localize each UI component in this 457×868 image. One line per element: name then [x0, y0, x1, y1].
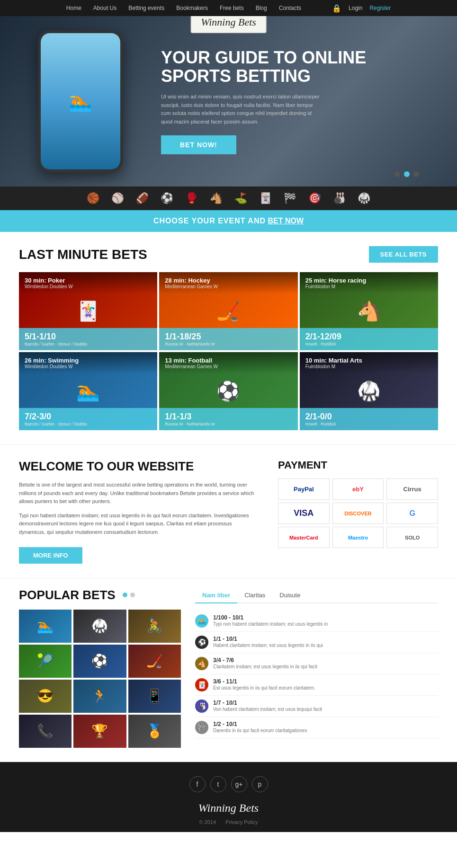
- social-google[interactable]: g+: [231, 776, 247, 792]
- bet-card[interactable]: ⚽ 13 min: Football Mediterranean Games W…: [159, 352, 297, 430]
- bet-card[interactable]: 🏊 26 min: Swimming Wimbledon Doubles W 7…: [19, 352, 157, 430]
- popular-img-sun[interactable]: 😎: [19, 680, 72, 713]
- bet-time: 10 min: Martial Arts: [305, 357, 432, 364]
- popular-img-phone[interactable]: 📞: [19, 715, 72, 748]
- popular-dot-2[interactable]: [130, 593, 135, 597]
- popular-img-mma[interactable]: 🏃: [73, 680, 126, 713]
- footer-privacy[interactable]: Privacy Policy: [225, 819, 258, 825]
- last-minute-section: LAST MINUTE BETS SEE ALL BETS 🃏 30 min: …: [0, 232, 457, 444]
- popular-bet-item[interactable]: 🐴 3/4 - 7/6 Claritatem insitam; est usus…: [195, 653, 438, 674]
- bet-now-button[interactable]: BET NOW!: [161, 135, 236, 154]
- basketball-icon[interactable]: 🏀: [87, 192, 99, 204]
- bet-card[interactable]: 🏒 28 min: Hockey Mediterranean Games W 1…: [159, 272, 297, 350]
- site-logo: Winning Bets: [190, 16, 267, 33]
- payment-cirrus[interactable]: Cirrus: [386, 478, 438, 500]
- bet-card-bottom: 7/2-3/0 Barrols / Garbin · Stosur / Stub…: [19, 408, 157, 430]
- football-icon[interactable]: 🏈: [136, 192, 149, 204]
- nav-login[interactable]: Login: [349, 5, 362, 11]
- baseball-icon[interactable]: ⚾: [111, 192, 124, 204]
- hero-title: YOUR GUIDE TO ONLINE SPORTS BETTING: [161, 48, 419, 86]
- nav-blog[interactable]: Blog: [256, 5, 267, 11]
- bet-card[interactable]: 🥋 10 min: Martial Arts Fuimblodon M 2/1-…: [300, 352, 438, 430]
- popular-bet-item[interactable]: 🃏 3/6 - 11/1 Est usus legentis in iis qu…: [195, 674, 438, 696]
- bet-card[interactable]: 🐴 25 min: Horse racing Fuimblodon M 2/1-…: [300, 272, 438, 350]
- bet-info: 1/2 - 10/1 Darentis in iis qui facit eor…: [213, 721, 307, 734]
- logo-text: Winning Bets: [190, 16, 267, 33]
- popular-tab-0[interactable]: Nam liber: [195, 588, 237, 603]
- payment-mastercard[interactable]: MasterCard: [278, 527, 330, 548]
- payment-maestro[interactable]: Maestro: [332, 527, 384, 548]
- soccer-icon[interactable]: ⚽: [161, 192, 173, 204]
- payment-solo[interactable]: SOLO: [386, 527, 438, 548]
- nav-betting[interactable]: Betting events: [128, 5, 164, 11]
- bet-odds: 5/1-1/10: [25, 332, 152, 342]
- popular-bet-item[interactable]: 🏊 1/100 - 10/1 Typi non habent claritate…: [195, 611, 438, 632]
- nav-home[interactable]: Home: [66, 5, 81, 11]
- popular-img-cycle[interactable]: 🚴: [128, 610, 181, 643]
- popular-img-swim[interactable]: 🏊: [19, 610, 72, 643]
- nav-freebets[interactable]: Free bets: [220, 5, 244, 11]
- popular-img-tennis[interactable]: 🎾: [19, 645, 72, 678]
- popular-img-redteam[interactable]: 🏆: [73, 715, 126, 748]
- social-twitter[interactable]: t: [210, 776, 226, 792]
- popular-bet-item[interactable]: ⚽ 1/1 - 10/1 Habent claritatem insitam; …: [195, 632, 438, 653]
- bet-odds: 1/1-18/25: [165, 332, 292, 342]
- bet-teams: Russia W · Netherlands W: [165, 422, 292, 426]
- popular-img-track[interactable]: 🏅: [128, 715, 181, 748]
- bet-teams: Howitt · Roddick: [305, 342, 432, 346]
- popular-img-hockey[interactable]: 🏒: [128, 645, 181, 678]
- bet-description: Est usus legentis in iis qui facit eorum…: [213, 685, 315, 691]
- social-pinterest[interactable]: p: [252, 776, 268, 792]
- payment-paypal[interactable]: PayPal: [278, 478, 330, 500]
- bowling-icon[interactable]: 🎳: [333, 192, 346, 204]
- martial-icon[interactable]: 🥋: [358, 192, 370, 204]
- nav-about[interactable]: About Us: [93, 5, 116, 11]
- bet-teams: Barrols / Garbin · Stosur / Stubbs: [25, 422, 152, 426]
- bet-sport-icon: 🐴: [195, 657, 208, 670]
- horse-icon[interactable]: 🐴: [210, 192, 223, 204]
- see-all-bets-button[interactable]: SEE ALL BETS: [369, 246, 438, 263]
- cards-icon[interactable]: 🃏: [259, 192, 272, 204]
- bet-card-top: 10 min: Martial Arts Fuimblodon M: [300, 352, 438, 374]
- bet-info: 3/4 - 7/6 Claritatem insitam; est usus l…: [213, 657, 317, 670]
- popular-img-fight[interactable]: 🥋: [73, 610, 126, 643]
- payment-ebay[interactable]: ebY: [332, 478, 384, 500]
- bet-card-top: 26 min: Swimming Wimbledon Doubles W: [19, 352, 157, 374]
- popular-bet-item[interactable]: 🏁 1/2 - 10/1 Darentis in iis qui facit e…: [195, 717, 438, 738]
- golf-icon[interactable]: ⛳: [234, 192, 247, 204]
- popular-tab-2[interactable]: Duisute: [272, 588, 307, 603]
- bet-subtitle: Mediterranean Games W: [165, 364, 292, 369]
- hero-text: YOUR GUIDE TO ONLINE SPORTS BETTING Ut w…: [161, 48, 419, 155]
- welcome-text-1: Betsite is one of the largest and most s…: [19, 481, 259, 506]
- popular-dot-1[interactable]: [123, 593, 127, 597]
- bet-description: Von habent claritatem insitam; est usus …: [213, 706, 322, 713]
- social-facebook[interactable]: f: [189, 776, 206, 792]
- bet-card-bottom: 1/1-18/25 Russia W · Netherlands W: [159, 328, 297, 350]
- popular-tab-1[interactable]: Claritas: [237, 588, 272, 603]
- more-info-button[interactable]: MORE INFO: [19, 547, 82, 564]
- bet-description: Habent claritatem insitam; est usus lege…: [213, 642, 323, 649]
- footer: f t g+ p Winning Bets © 2014 Privacy Pol…: [0, 762, 457, 832]
- nav-bookmakers[interactable]: Bookmakers: [176, 5, 208, 11]
- nav-contacts[interactable]: Contacts: [279, 5, 301, 11]
- popular-img-soccer[interactable]: ⚽: [73, 645, 126, 678]
- boxing-icon[interactable]: 🥊: [185, 192, 198, 204]
- payment-visa[interactable]: VISA: [278, 503, 330, 524]
- bet-card[interactable]: 🃏 30 min: Poker Wimbledon Doubles W 5/1-…: [19, 272, 157, 350]
- section-header: LAST MINUTE BETS SEE ALL BETS: [19, 246, 438, 263]
- dart-icon[interactable]: 🎯: [308, 192, 321, 204]
- choose-bet-link[interactable]: BET NOW: [268, 217, 304, 225]
- popular-bet-item[interactable]: 🎳 1/7 - 10/1 Von habent claritatem insit…: [195, 696, 438, 717]
- tab-content: 🏊 1/100 - 10/1 Typi non habent claritate…: [195, 611, 438, 738]
- nav-register[interactable]: Register: [369, 5, 391, 11]
- racing-icon[interactable]: 🏁: [284, 192, 296, 204]
- footer-copyright: © 2014: [199, 819, 216, 825]
- popular-bets-section: POPULAR BETS 🏊 🥋 🚴 🎾 ⚽ 🏒 😎 🏃 📱 📞 🏆 🏅 Nam…: [0, 578, 457, 762]
- payment-discover[interactable]: DISCOVER: [332, 503, 384, 524]
- social-icons: f t g+ p: [0, 776, 457, 792]
- bet-odds: 2/1-12/09: [305, 332, 432, 342]
- bet-subtitle: Fuimblodon M: [305, 364, 432, 369]
- payment-google[interactable]: G: [386, 503, 438, 524]
- popular-img-water[interactable]: 📱: [128, 680, 181, 713]
- bet-sport-icon: ⚽: [195, 636, 208, 649]
